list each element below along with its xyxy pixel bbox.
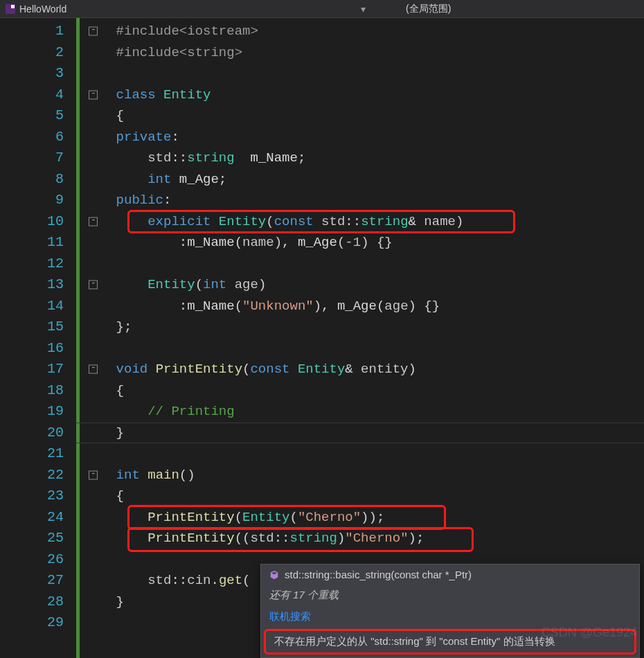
method-icon <box>269 570 279 580</box>
line-number: 19 <box>0 401 64 423</box>
line-number: 12 <box>0 254 64 275</box>
fold-toggle[interactable] <box>89 27 98 36</box>
line-number: 3 <box>0 63 64 85</box>
code-lines: #include<iostream> #include<string> clas… <box>76 21 644 634</box>
editor-topbar: HelloWorld ▾ (全局范围) <box>0 0 644 18</box>
file-tab[interactable]: HelloWorld ▾ <box>0 0 371 17</box>
line-number: 9 <box>0 190 64 211</box>
line-number: 13 <box>0 274 64 296</box>
line-number: 5 <box>0 105 64 127</box>
line-number: 24 <box>0 507 64 528</box>
code-editor[interactable]: 1234567891011121314151617181920212223242… <box>0 18 644 658</box>
tooltip-search-link[interactable]: 联机搜索 <box>269 610 311 623</box>
scope-label: (全局范围) <box>406 3 451 14</box>
fold-toggle[interactable] <box>89 365 98 374</box>
line-number: 17 <box>0 359 64 380</box>
line-number: 20 <box>0 423 64 444</box>
line-number: 8 <box>0 169 64 190</box>
line-number: 27 <box>0 570 64 592</box>
line-number: 26 <box>0 549 64 571</box>
scope-dropdown[interactable]: (全局范围) <box>371 3 485 15</box>
dropdown-icon[interactable]: ▾ <box>361 3 366 15</box>
line-number: 23 <box>0 486 64 507</box>
line-number: 4 <box>0 85 64 106</box>
line-number: 7 <box>0 148 64 169</box>
line-number: 1 <box>0 21 64 42</box>
fold-toggle[interactable] <box>89 281 98 290</box>
line-number: 28 <box>0 592 64 613</box>
line-number: 18 <box>0 380 64 402</box>
line-number: 11 <box>0 232 64 254</box>
line-number-gutter: 1234567891011121314151617181920212223242… <box>0 18 76 658</box>
line-number: 15 <box>0 317 64 338</box>
tooltip-signature: std::string::basic_string(const char *_P… <box>285 569 472 580</box>
line-number: 10 <box>0 211 64 233</box>
line-number: 16 <box>0 338 64 359</box>
line-number: 21 <box>0 443 64 465</box>
file-name-label: HelloWorld <box>19 3 66 15</box>
intellisense-tooltip: std::string::basic_string(const char *_P… <box>260 564 640 658</box>
fold-toggle[interactable] <box>89 470 98 479</box>
line-number: 25 <box>0 528 64 549</box>
line-number: 2 <box>0 42 64 64</box>
fold-toggle[interactable] <box>89 90 98 99</box>
code-area[interactable]: #include<iostream> #include<string> clas… <box>76 18 644 658</box>
line-number: 22 <box>0 465 64 486</box>
line-number: 6 <box>0 127 64 148</box>
line-number: 14 <box>0 296 64 317</box>
fold-toggle[interactable] <box>89 217 98 226</box>
tooltip-error-text: 不存在用户定义的从 "std::string" 到 "const Entity"… <box>274 635 555 648</box>
tooltip-overloads: 还有 17 个重载 <box>269 589 339 602</box>
cpp-file-icon <box>6 4 15 14</box>
line-number: 29 <box>0 612 64 634</box>
